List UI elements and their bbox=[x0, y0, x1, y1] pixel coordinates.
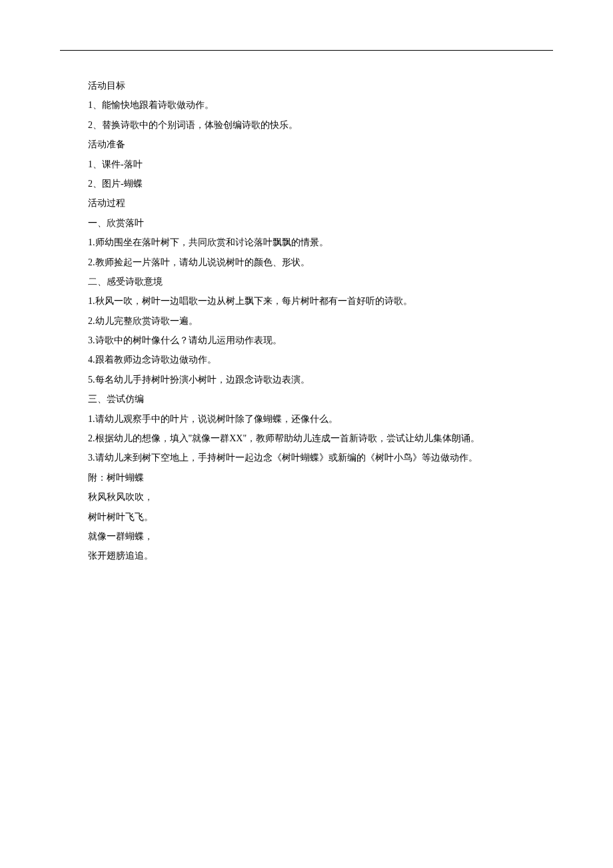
prep-item: 1、课件-落叶 bbox=[88, 155, 553, 174]
process-heading: 活动过程 bbox=[88, 193, 553, 213]
part2-heading: 二、感受诗歌意境 bbox=[88, 272, 553, 291]
part3-item: 1.请幼儿观察手中的叶片，说说树叶除了像蝴蝶，还像什么。 bbox=[88, 409, 553, 429]
poem-line: 就像一群蝴蝶， bbox=[88, 527, 553, 546]
part2-item: 1.秋风一吹，树叶一边唱歌一边从树上飘下来，每片树叶都有一首好听的诗歌。 bbox=[88, 291, 553, 311]
poem-line: 张开翅膀追追。 bbox=[88, 546, 553, 565]
part2-item: 5.每名幼儿手持树叶扮演小树叶，边跟念诗歌边表演。 bbox=[88, 370, 553, 389]
part1-item: 2.教师捡起一片落叶，请幼儿说说树叶的颜色、形状。 bbox=[88, 253, 553, 272]
part1-heading: 一、欣赏落叶 bbox=[88, 213, 553, 233]
part2-item: 2.幼儿完整欣赏诗歌一遍。 bbox=[88, 311, 553, 331]
part2-item: 4.跟着教师边念诗歌边做动作。 bbox=[88, 350, 553, 369]
top-separator bbox=[60, 50, 553, 51]
goals-item: 1、能愉快地跟着诗歌做动作。 bbox=[88, 95, 553, 115]
part2-item: 3.诗歌中的树叶像什么？请幼儿运用动作表现。 bbox=[88, 331, 553, 350]
poem-line: 秋风秋风吹吹， bbox=[88, 487, 553, 507]
goals-item: 2、替换诗歌中的个别词语，体验创编诗歌的快乐。 bbox=[88, 115, 553, 135]
part3-item: 2.根据幼儿的想像，填入"就像一群XX"，教师帮助幼儿连成一首新诗歌，尝试让幼儿… bbox=[88, 429, 553, 448]
part3-item: 3.请幼儿来到树下空地上，手持树叶一起边念《树叶蝴蝶》或新编的《树叶小鸟》等边做… bbox=[88, 448, 553, 467]
prep-heading: 活动准备 bbox=[88, 135, 553, 154]
appendix-heading: 附：树叶蝴蝶 bbox=[88, 468, 553, 487]
document-content: 活动目标 1、能愉快地跟着诗歌做动作。 2、替换诗歌中的个别词语，体验创编诗歌的… bbox=[60, 76, 553, 566]
goals-heading: 活动目标 bbox=[88, 76, 553, 95]
prep-item: 2、图片-蝴蝶 bbox=[88, 174, 553, 193]
poem-line: 树叶树叶飞飞。 bbox=[88, 507, 553, 527]
part1-item: 1.师幼围坐在落叶树下，共同欣赏和讨论落叶飘飘的情景。 bbox=[88, 233, 553, 252]
part3-heading: 三、尝试仿编 bbox=[88, 389, 553, 409]
